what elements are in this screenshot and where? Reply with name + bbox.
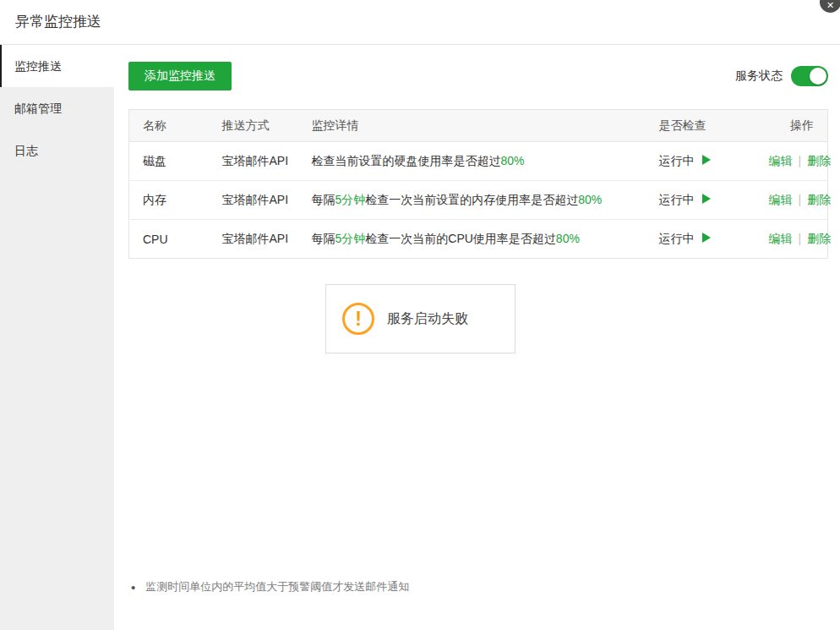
detail-highlight: 80% bbox=[501, 154, 525, 167]
action-divider: | bbox=[799, 232, 802, 245]
row-check-status: 运行中 bbox=[646, 220, 755, 259]
footnote-text: 监测时间单位内的平均值大于预警阈值才发送邮件通知 bbox=[145, 579, 409, 594]
sidebar-item-logs[interactable]: 日志 bbox=[0, 129, 114, 172]
row-actions: 编辑|删除 bbox=[755, 220, 828, 259]
table-header: 名称 推送方式 监控详情 是否检查 操作 bbox=[129, 110, 828, 142]
play-icon[interactable] bbox=[702, 194, 711, 204]
table-row: 磁盘宝塔邮件API检查当前设置的硬盘使用率是否超过80%运行中编辑|删除 bbox=[129, 142, 828, 181]
row-monitor-detail: 每隔5分钟检查一次当前的CPU使用率是否超过80% bbox=[298, 220, 646, 259]
col-header-monitor-detail: 监控详情 bbox=[298, 110, 646, 142]
sidebar-item-monitor-push[interactable]: 监控推送 bbox=[0, 45, 114, 87]
table-row: 内存宝塔邮件API每隔5分钟检查一次当前设置的内存使用率是否超过80%运行中编辑… bbox=[129, 181, 828, 220]
dialog-title: 异常监控推送 bbox=[0, 0, 840, 44]
row-push-method: 宝塔邮件API bbox=[209, 181, 298, 220]
detail-text: 检查当前设置的硬盘使用率是否超过 bbox=[312, 154, 501, 167]
sidebar: 监控推送 邮箱管理 日志 bbox=[0, 45, 114, 630]
main-content: 添加监控推送 服务状态 名称 推送方式 监控详情 bbox=[114, 45, 840, 630]
footnote: • 监测时间单位内的平均值大于预警阈值才发送邮件通知 bbox=[131, 579, 409, 594]
row-push-method: 宝塔邮件API bbox=[209, 142, 298, 181]
sidebar-item-label: 邮箱管理 bbox=[14, 101, 62, 115]
service-status-toggle[interactable] bbox=[791, 66, 828, 86]
col-header-push-method: 推送方式 bbox=[209, 110, 298, 142]
row-monitor-detail: 每隔5分钟检查一次当前设置的内存使用率是否超过80% bbox=[298, 181, 646, 220]
edit-link[interactable]: 编辑 bbox=[769, 193, 793, 206]
col-header-check-status: 是否检查 bbox=[646, 110, 755, 142]
row-check-status: 运行中 bbox=[646, 142, 755, 181]
row-actions: 编辑|删除 bbox=[755, 181, 828, 220]
detail-highlight: 5分钟 bbox=[335, 232, 366, 245]
detail-highlight: 80% bbox=[578, 193, 602, 206]
action-divider: | bbox=[799, 154, 802, 167]
warning-icon: ! bbox=[342, 303, 374, 335]
edit-link[interactable]: 编辑 bbox=[769, 154, 793, 167]
table-row: CPU宝塔邮件API每隔5分钟检查一次当前的CPU使用率是否超过80%运行中编辑… bbox=[129, 220, 828, 259]
row-name: 内存 bbox=[129, 181, 209, 220]
bullet-icon: • bbox=[131, 580, 135, 594]
detail-text: 每隔 bbox=[312, 232, 335, 245]
delete-link[interactable]: 删除 bbox=[807, 232, 831, 245]
row-name: 磁盘 bbox=[129, 142, 209, 181]
toggle-knob-icon bbox=[810, 68, 826, 85]
status-running-label[interactable]: 运行中 bbox=[659, 232, 695, 245]
sidebar-item-label: 监控推送 bbox=[14, 59, 62, 73]
row-monitor-detail: 检查当前设置的硬盘使用率是否超过80% bbox=[298, 142, 646, 181]
sidebar-item-mailbox-management[interactable]: 邮箱管理 bbox=[0, 87, 114, 129]
col-header-actions: 操作 bbox=[755, 110, 828, 142]
status-running-label[interactable]: 运行中 bbox=[659, 193, 695, 206]
close-icon: ✕ bbox=[826, 0, 834, 11]
monitor-push-dialog: ✕ 异常监控推送 监控推送 邮箱管理 日志 添加监控推送 服务状态 bbox=[0, 0, 840, 630]
detail-highlight: 80% bbox=[556, 232, 580, 245]
play-icon[interactable] bbox=[702, 233, 711, 243]
row-push-method: 宝塔邮件API bbox=[209, 220, 298, 259]
action-divider: | bbox=[799, 193, 802, 206]
service-status: 服务状态 bbox=[735, 66, 828, 86]
detail-text: 检查一次当前的CPU使用率是否超过 bbox=[365, 232, 556, 245]
status-running-label[interactable]: 运行中 bbox=[659, 154, 695, 167]
detail-highlight: 5分钟 bbox=[335, 193, 366, 206]
service-status-label: 服务状态 bbox=[735, 68, 783, 84]
col-header-name: 名称 bbox=[129, 110, 209, 142]
toolbar: 添加监控推送 服务状态 bbox=[128, 62, 828, 90]
play-icon[interactable] bbox=[702, 155, 711, 165]
delete-link[interactable]: 删除 bbox=[807, 193, 831, 206]
sidebar-item-label: 日志 bbox=[14, 144, 38, 157]
row-name: CPU bbox=[129, 220, 209, 259]
detail-text: 检查一次当前设置的内存使用率是否超过 bbox=[365, 193, 578, 206]
service-failed-alert: ! 服务启动失败 bbox=[325, 284, 515, 353]
detail-text: 每隔 bbox=[312, 193, 335, 206]
monitor-push-table: 名称 推送方式 监控详情 是否检查 操作 磁盘宝塔邮件API检查当前设置的硬盘使… bbox=[128, 109, 828, 259]
edit-link[interactable]: 编辑 bbox=[769, 232, 793, 245]
row-check-status: 运行中 bbox=[646, 181, 755, 220]
add-monitor-push-button[interactable]: 添加监控推送 bbox=[128, 62, 232, 90]
row-actions: 编辑|删除 bbox=[755, 142, 828, 181]
delete-link[interactable]: 删除 bbox=[807, 154, 831, 167]
alert-message: 服务启动失败 bbox=[387, 310, 468, 328]
title-bar: 异常监控推送 bbox=[0, 0, 840, 45]
